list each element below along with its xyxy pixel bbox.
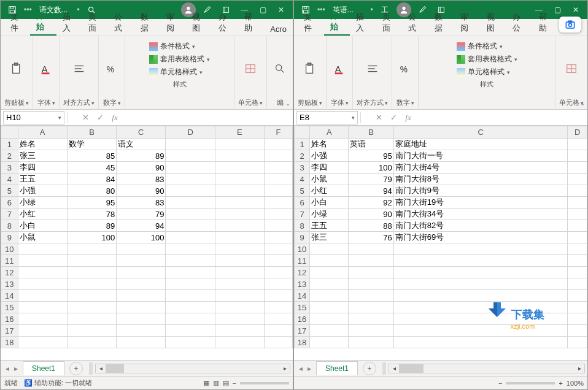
sheet-next-icon[interactable]: ▸ [12, 364, 20, 373]
cell[interactable] [568, 302, 587, 313]
cell[interactable] [18, 337, 67, 348]
column-header[interactable]: E [215, 126, 264, 139]
cancel-icon[interactable]: ✕ [372, 113, 385, 122]
collapse-ribbon-icon[interactable]: ⌄ [285, 100, 290, 107]
cell[interactable] [215, 337, 264, 348]
cell-styles-button[interactable]: 单元格样式 ▾ [149, 67, 203, 77]
cell[interactable] [166, 174, 215, 185]
cell[interactable] [215, 243, 264, 255]
cell[interactable] [349, 267, 394, 278]
cell[interactable] [117, 313, 166, 325]
cell[interactable]: 小白 [310, 197, 349, 208]
column-header[interactable]: D [166, 126, 215, 139]
horizontal-scrollbar[interactable]: ◂ ▸ [389, 364, 585, 373]
cell[interactable] [265, 278, 293, 290]
cell[interactable] [18, 325, 67, 337]
cell[interactable] [349, 337, 394, 348]
view-normal-icon[interactable]: ▦ [203, 379, 209, 387]
cell[interactable] [568, 243, 587, 255]
cell[interactable]: 李四 [18, 162, 67, 174]
column-header[interactable]: D [568, 126, 587, 139]
new-sheet-button[interactable]: + [363, 362, 376, 375]
brush-icon[interactable] [198, 1, 217, 19]
cell[interactable] [117, 302, 166, 313]
align-icon[interactable] [363, 59, 382, 78]
cell[interactable] [67, 337, 116, 348]
column-header[interactable]: C [117, 126, 166, 139]
sheet-tab[interactable]: Sheet1 [23, 361, 64, 375]
cell[interactable]: 南门大街34号 [393, 208, 568, 220]
row-header[interactable]: 12 [1, 267, 18, 278]
cell[interactable] [166, 267, 215, 278]
cell[interactable] [568, 255, 587, 267]
cell[interactable] [265, 337, 293, 348]
box-icon[interactable] [432, 1, 451, 19]
cell[interactable] [393, 337, 568, 348]
column-header[interactable]: C [393, 126, 568, 139]
cell[interactable]: 南门大街8号 [393, 174, 568, 185]
cell[interactable] [18, 243, 67, 255]
cell[interactable] [117, 290, 166, 302]
cell[interactable] [166, 325, 215, 337]
cell[interactable] [215, 302, 264, 313]
cell[interactable] [215, 232, 264, 243]
cell[interactable]: 45 [67, 162, 116, 174]
row-header[interactable]: 7 [295, 208, 310, 220]
row-header[interactable]: 9 [295, 232, 310, 243]
cell[interactable] [310, 337, 349, 348]
cell[interactable]: 84 [67, 174, 116, 185]
cells-icon[interactable] [241, 59, 260, 78]
grid[interactable]: ABCDEF1姓名数学语文2张三85893李四45904王五84835小强809… [1, 126, 293, 360]
new-sheet-button[interactable]: + [69, 362, 83, 375]
cell[interactable] [568, 337, 587, 348]
name-box[interactable]: H10▾ [3, 111, 64, 124]
cell[interactable] [568, 139, 587, 150]
search-icon[interactable] [82, 1, 101, 19]
cell[interactable]: 83 [117, 197, 166, 208]
cell[interactable]: 王五 [18, 174, 67, 185]
cell[interactable] [568, 220, 587, 232]
save-icon[interactable] [296, 1, 315, 19]
scroll-right-icon[interactable]: ▸ [574, 365, 584, 372]
cell[interactable] [265, 302, 293, 313]
cell[interactable]: 100 [349, 162, 394, 174]
row-header[interactable]: 10 [1, 243, 18, 255]
cell[interactable]: 80 [67, 185, 116, 197]
cell[interactable] [117, 267, 166, 278]
row-header[interactable]: 11 [295, 255, 310, 267]
sheet-tab[interactable]: Sheet1 [316, 361, 358, 375]
cell[interactable] [67, 243, 116, 255]
cell[interactable]: 85 [67, 150, 116, 162]
select-all-cell[interactable] [295, 126, 310, 139]
paste-icon[interactable] [301, 59, 319, 78]
brush-icon[interactable] [414, 1, 432, 19]
cell[interactable]: 数学 [67, 139, 116, 150]
cell[interactable] [166, 313, 215, 325]
cell[interactable]: 南门大街4号 [393, 162, 568, 174]
scroll-left-icon[interactable]: ◂ [96, 365, 106, 372]
row-header[interactable]: 15 [1, 302, 18, 313]
cell[interactable] [166, 278, 215, 290]
cell[interactable]: 英语 [349, 139, 394, 150]
cell[interactable]: 90 [117, 162, 166, 174]
cell[interactable]: 76 [349, 232, 394, 243]
cell[interactable]: 小白 [18, 220, 67, 232]
cell[interactable] [310, 278, 349, 290]
column-header[interactable]: A [310, 126, 349, 139]
cell[interactable] [166, 162, 215, 174]
cell[interactable]: 78 [67, 208, 116, 220]
cell[interactable] [117, 255, 166, 267]
maximize-icon[interactable]: ▢ [253, 1, 272, 19]
tab-view[interactable]: 视图 [481, 9, 507, 36]
cell[interactable] [265, 162, 293, 174]
cell[interactable] [310, 313, 349, 325]
cell[interactable] [18, 267, 67, 278]
cell[interactable] [265, 174, 293, 185]
splitter[interactable] [89, 362, 93, 375]
cell[interactable] [265, 220, 293, 232]
cell[interactable] [310, 243, 349, 255]
cell[interactable]: 南门大街一号 [393, 150, 568, 162]
cell[interactable] [117, 243, 166, 255]
cell[interactable]: 94 [117, 220, 166, 232]
cell[interactable] [349, 325, 394, 337]
